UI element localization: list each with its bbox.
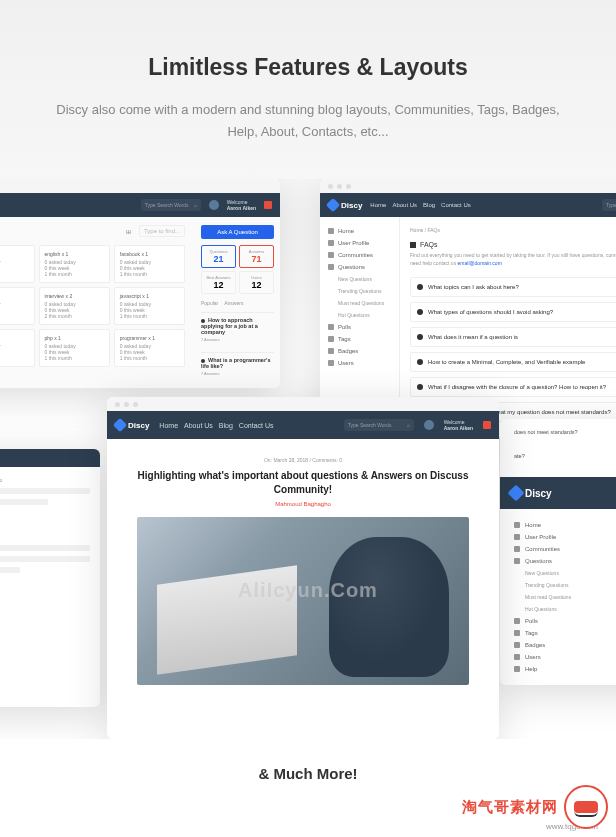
tag-card[interactable]: javascript x 10 asked today0 this week1 … xyxy=(114,287,185,325)
tag-card[interactable]: programmer x 10 asked today0 this week1 … xyxy=(114,329,185,367)
window-chrome xyxy=(320,179,616,193)
user-icon xyxy=(514,534,520,540)
sidebar-item[interactable]: Tags xyxy=(514,627,616,639)
topbar: Discy xyxy=(500,477,616,509)
sidebar-item[interactable]: Communities xyxy=(328,249,391,261)
search-input[interactable]: Type Search Words⌕ xyxy=(602,199,616,211)
hero-title: Limitless Features & Layouts xyxy=(40,54,576,81)
source-badge: 淘气哥素材网 www.tqge.com xyxy=(462,785,608,829)
tag-icon xyxy=(514,630,520,636)
faq-item[interactable]: How to create a Minimal, Complete, and V… xyxy=(410,352,616,372)
tag-card[interactable]: life x 10 asked today0 this week1 this m… xyxy=(0,329,35,367)
sidebar-item[interactable]: Polls xyxy=(514,615,616,627)
faq-item[interactable]: What types of questions should I avoid a… xyxy=(410,302,616,322)
preview-snippet-right: does not meet standards? ate? Discy Home… xyxy=(500,419,616,685)
feed-item[interactable]: What is a programmer's life like?7 Answe… xyxy=(201,352,274,380)
tag-card[interactable]: facebook x 10 asked today0 this week1 th… xyxy=(114,245,185,283)
logo[interactable]: Discy xyxy=(115,420,149,430)
search-icon: ⌕ xyxy=(194,202,197,208)
tag-card[interactable]: english x 10 asked today0 this week1 thi… xyxy=(39,245,110,283)
sidebar-subitem[interactable]: Hot Questions xyxy=(328,309,391,321)
users-icon xyxy=(328,360,334,366)
post-author[interactable]: Mahmoud Baghagho xyxy=(137,501,469,507)
home-icon xyxy=(328,228,334,234)
hero-subtitle: Discy also come with a modern and stunni… xyxy=(40,99,576,143)
sidebar-subitem[interactable]: New Questions xyxy=(328,273,391,285)
sidebar-item[interactable]: Users xyxy=(328,357,391,369)
sidebar-item[interactable]: Home xyxy=(514,519,616,531)
question-icon xyxy=(328,264,334,270)
sidebar-subitem[interactable]: Must read Questions xyxy=(328,297,391,309)
breadcrumb: Home / FAQs xyxy=(410,227,616,233)
window-chrome xyxy=(107,397,499,411)
tag-card[interactable]: interview x 20 asked today0 this week2 t… xyxy=(39,287,110,325)
poll-icon xyxy=(514,618,520,624)
preview-blog-window: Discy Home About Us Blog Contact Us Type… xyxy=(107,397,499,739)
sidebar-item[interactable]: Help xyxy=(514,663,616,675)
notification-icon[interactable] xyxy=(264,201,272,209)
nav-item[interactable]: About Us xyxy=(184,422,213,429)
tag-card[interactable]: google x 20 asked today0 this week2 this… xyxy=(0,287,35,325)
topbar: Discy Home About Us Blog Contact Us Type… xyxy=(107,411,499,439)
faq-item[interactable]: What if I disagree with the closure of a… xyxy=(410,377,616,397)
much-more-label: & Much More! xyxy=(0,765,616,782)
avatar[interactable] xyxy=(209,200,219,210)
email-link[interactable]: email@domain.com xyxy=(458,260,502,266)
ask-button[interactable]: Ask A Question xyxy=(201,225,274,239)
sidebar-item[interactable]: Users xyxy=(514,651,616,663)
search-icon: ⌕ xyxy=(407,422,410,428)
feed-item[interactable]: How to approach applying for a job at a … xyxy=(201,312,274,346)
sidebar-item[interactable]: Home xyxy=(328,225,391,237)
sidebar-subitem[interactable]: Must read Questions xyxy=(514,591,616,603)
stat-users: Users12 xyxy=(239,271,274,294)
logo-icon xyxy=(508,485,525,502)
sidebar-item[interactable]: Questions xyxy=(514,555,616,567)
faq-intro: Find out everything you need to get star… xyxy=(410,252,616,267)
user-icon xyxy=(328,240,334,246)
sidebar-item[interactable]: Polls xyxy=(328,321,391,333)
logo[interactable]: Discy xyxy=(510,487,552,499)
sidebar-item[interactable]: Communities xyxy=(514,543,616,555)
sidebar-subitem[interactable]: Trending Questions xyxy=(514,579,616,591)
question-icon xyxy=(514,558,520,564)
stat-questions: Questions21 xyxy=(201,245,236,268)
tag-card[interactable]: php x 10 asked today0 this week1 this mo… xyxy=(39,329,110,367)
nav-item[interactable]: Contact Us xyxy=(441,202,471,208)
sidebar-item[interactable]: Questions xyxy=(328,261,391,273)
sidebar-subitem[interactable]: Hot Questions xyxy=(514,603,616,615)
find-input[interactable]: Type to find... xyxy=(139,225,185,237)
sidebar-item[interactable]: User Profile xyxy=(514,531,616,543)
nav-item[interactable]: Home xyxy=(159,422,178,429)
search-input[interactable]: Type Search Words⌕ xyxy=(141,199,201,211)
sidebar-subitem[interactable]: Trending Questions xyxy=(328,285,391,297)
nav-item[interactable]: Blog xyxy=(219,422,233,429)
logo-icon xyxy=(113,418,127,432)
nav-item[interactable]: About Us xyxy=(392,202,417,208)
stat-best: Best Answers12 xyxy=(201,271,236,294)
users-icon xyxy=(514,654,520,660)
avatar[interactable] xyxy=(424,420,434,430)
topbar: About Us Blog Contact Us Type Search Wor… xyxy=(0,193,280,217)
tag-card[interactable]: company x 30 asked today0 this week3 thi… xyxy=(0,245,35,283)
sidebar-item[interactable]: User Profile xyxy=(328,237,391,249)
badge-icon xyxy=(514,642,520,648)
sidebar-item[interactable]: Badges xyxy=(328,345,391,357)
post-title: Highlighting what's important about ques… xyxy=(137,469,469,497)
window-chrome xyxy=(0,179,280,193)
page-title: FAQs xyxy=(410,241,616,248)
preview-canvas: About Us Blog Contact Us Type Search Wor… xyxy=(0,179,616,739)
sidebar-subitem[interactable]: New Questions xyxy=(514,567,616,579)
search-input[interactable]: Type Search Words⌕ xyxy=(344,419,414,431)
notification-icon[interactable] xyxy=(483,421,491,429)
sidebar-item[interactable]: Tags xyxy=(328,333,391,345)
sidebar-item[interactable]: Badges xyxy=(514,639,616,651)
nav-item[interactable]: Blog xyxy=(423,202,435,208)
badge-text: 淘气哥素材网 xyxy=(462,798,558,817)
faq-item[interactable]: What does it mean if a question is xyxy=(410,327,616,347)
home-icon xyxy=(514,522,520,528)
faq-item[interactable]: What topics can I ask about here? xyxy=(410,277,616,297)
nav-item[interactable]: Home xyxy=(370,202,386,208)
nav-item[interactable]: Contact Us xyxy=(239,422,274,429)
logo[interactable]: Discy xyxy=(328,200,362,210)
community-icon xyxy=(514,546,520,552)
